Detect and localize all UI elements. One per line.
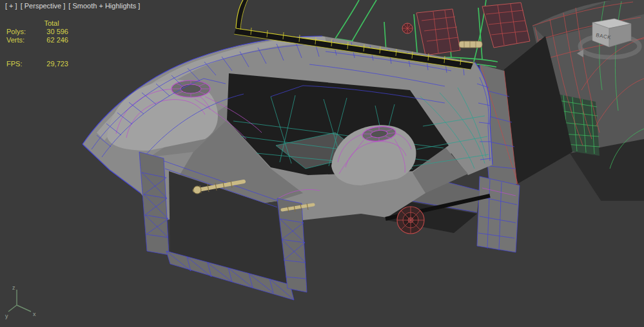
statistics-overlay: Total Polys: 30 596 Verts: 62 246 FPS: 2…	[6, 19, 68, 68]
shaft-part	[459, 41, 482, 48]
stats-fps-value: 29,723	[35, 60, 68, 68]
stats-fps-label: FPS:	[6, 60, 35, 68]
stats-spacer	[6, 19, 35, 28]
axis-y-label: y	[5, 313, 8, 319]
stats-verts-label: Verts:	[6, 36, 35, 44]
viewport-shading-menu[interactable]: [ Smooth + Highlights ]	[68, 2, 140, 10]
viewport-pov-menu[interactable]: [ Perspective ]	[21, 2, 66, 10]
stats-polys-label: Polys:	[6, 28, 35, 36]
axis-x-label: x	[33, 311, 36, 317]
3d-viewport[interactable]: BACK z x y [ + ][ Perspective ][ Smooth …	[0, 0, 644, 327]
stats-polys-value: 30 596	[35, 28, 68, 36]
viewport-scene: BACK z x y	[0, 0, 644, 327]
brake-disc	[397, 207, 424, 234]
stats-verts-value: 62 246	[35, 36, 68, 44]
stats-total-label: Total	[35, 19, 68, 28]
viewport-label: [ + ][ Perspective ][ Smooth + Highlight…	[5, 2, 143, 10]
axis-z-label: z	[12, 285, 15, 291]
viewport-general-menu[interactable]: [ + ]	[5, 2, 17, 10]
